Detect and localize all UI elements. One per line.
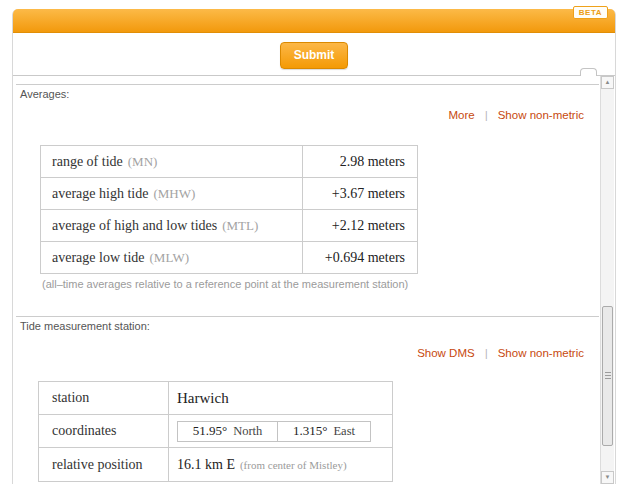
table-row-value: +0.694 meters <box>303 242 418 274</box>
station-links: Show DMS | Show non-metric <box>417 347 584 359</box>
more-link[interactable]: More <box>448 109 474 121</box>
link-separator: | <box>485 348 488 359</box>
station-section-title: Tide measurement station: <box>20 320 150 332</box>
station-value-cell: Harwich <box>169 382 393 415</box>
row-label-text: average of high and low tides <box>52 218 217 234</box>
row-label-text: range of tide <box>52 154 123 170</box>
relative-position-value-cell: 16.1 km E (from center of Mistley) <box>169 448 393 482</box>
link-separator: | <box>485 110 488 121</box>
row-code: (MHW) <box>153 186 195 202</box>
beta-badge: BETA <box>573 6 608 19</box>
table-row-label: average high tide (MHW) <box>41 178 303 210</box>
scroll-down-icon[interactable]: ▼ <box>601 471 614 484</box>
results-panel: BETA Submit Averages: More | Show non-me… <box>12 9 616 484</box>
station-label-cell: station <box>39 382 169 415</box>
panel-header-bar <box>13 9 615 33</box>
submit-button[interactable]: Submit <box>280 42 349 69</box>
show-non-metric-link[interactable]: Show non-metric <box>498 109 584 121</box>
table-row-label: range of tide (MN) <box>41 146 303 178</box>
relative-position-note: (from center of Mistley) <box>240 459 347 471</box>
relative-position-label-cell: relative position <box>39 448 169 482</box>
scrolled-element-fragment <box>580 68 597 76</box>
latitude-value: 51.95° <box>193 423 227 439</box>
relative-position-value: 16.1 km E <box>177 457 235 473</box>
row-code: (MN) <box>128 154 158 170</box>
latitude-box: 51.95° North <box>177 421 278 442</box>
averages-section-title: Averages: <box>20 88 69 100</box>
section-divider <box>16 84 599 85</box>
submit-row: Submit <box>13 33 615 76</box>
longitude-value: 1.315° <box>293 423 327 439</box>
table-row-label: average of high and low tides (MTL) <box>41 210 303 242</box>
row-label-text: average low tide <box>52 250 145 266</box>
row-label-text: average high tide <box>52 186 148 202</box>
row-code: (MTL) <box>222 218 258 234</box>
scroll-up-icon[interactable]: ▲ <box>601 76 614 89</box>
longitude-direction: East <box>333 424 355 439</box>
table-row-label: average low tide (MLW) <box>41 242 303 274</box>
show-dms-link[interactable]: Show DMS <box>417 347 475 359</box>
row-code: (MLW) <box>150 250 189 266</box>
page: BETA Submit Averages: More | Show non-me… <box>0 0 628 484</box>
table-row-value: 2.98 meters <box>303 146 418 178</box>
latitude-direction: North <box>233 424 262 439</box>
scrollbar-thumb[interactable] <box>602 306 613 446</box>
averages-links: More | Show non-metric <box>448 109 584 121</box>
vertical-scrollbar[interactable]: ▲ ▼ <box>600 76 614 484</box>
table-row-value: +3.67 meters <box>303 178 418 210</box>
averages-caption: (all–time averages relative to a referen… <box>42 278 408 290</box>
scrollbar-grip-icon <box>605 372 611 380</box>
averages-table: range of tide (MN) 2.98 meters average h… <box>40 145 418 274</box>
show-non-metric-link[interactable]: Show non-metric <box>498 347 584 359</box>
section-divider <box>16 316 599 317</box>
longitude-box: 1.315° East <box>277 421 371 442</box>
table-row-value: +2.12 meters <box>303 210 418 242</box>
coordinates-label-cell: coordinates <box>39 415 169 448</box>
coordinates-value-cell: 51.95° North 1.315° East <box>169 415 393 448</box>
station-table: station Harwich coordinates 51.95° North… <box>38 381 393 482</box>
